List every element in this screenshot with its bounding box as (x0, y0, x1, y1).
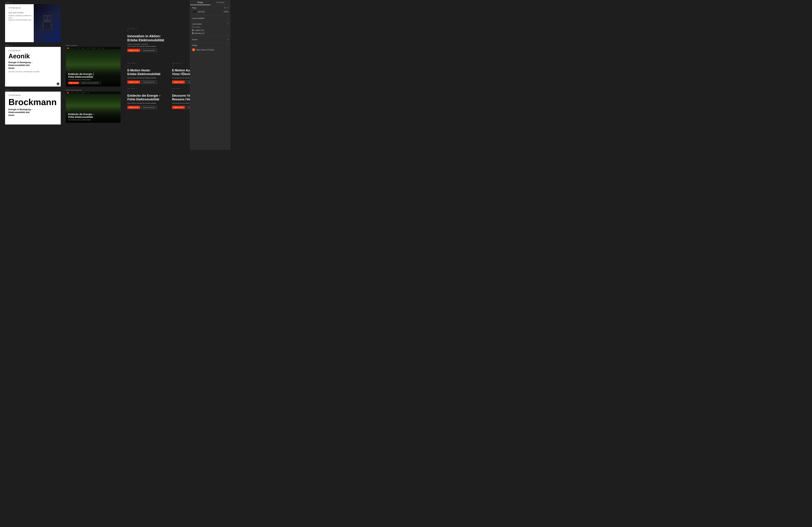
lockup8-btn2[interactable]: Pimp my know-how (141, 49, 157, 52)
lockup-sub-4: Dein Portal in die Welt der Elektromobil… (127, 77, 170, 79)
lockup7-btn1[interactable]: Mitglied werden (172, 106, 185, 109)
local-styles-label: Local styles (192, 23, 202, 25)
lockup6-btn2[interactable]: Pimp my know-how (141, 106, 157, 109)
hero-quote-brockmann: " (68, 110, 118, 113)
lockup-card-5: " E-Motion Aujourd'hui: Vivez l'Électrom… (172, 65, 190, 85)
typeface-label-3: TYPEFACE (9, 49, 57, 52)
grid-styles-group: Grid styles mobile 2col Branding 12 (192, 26, 228, 35)
lockup-title-5: E-Motion Aujourd'hui: Vivez l'Électromob… (172, 69, 190, 76)
lockup4-btn2[interactable]: Pimp my know-how (141, 81, 157, 84)
body-3: Mit Vision und Tat zur Veränderung! Sei … (9, 71, 57, 73)
lockup-label-6: main lockup · 6 (127, 88, 170, 89)
lockup-7-container: main lockup · 7 " Découvre l'énergie – R… (172, 88, 190, 110)
local-variables-section: Local variables › (190, 15, 230, 22)
frame-label-type1: TYPE · 1 (5, 2, 61, 4)
lockup-sub-7: Ton portail vers le monde de l'électromo… (172, 102, 190, 104)
svg-point-9 (49, 17, 50, 18)
typeface-card-3: TYPEFACE Aeonik Energie in Bewegung – El… (5, 47, 61, 87)
grid-style-mobile-label: mobile 2col (194, 29, 204, 31)
svg-rect-5 (48, 28, 53, 31)
grid-style-mobile[interactable]: mobile 2col (192, 29, 228, 32)
typeface-label-5: TYPEFACE (9, 94, 57, 96)
local-styles-add-icon[interactable]: + (227, 23, 228, 25)
lockup-sub-8: Wissen, Innovation, Fortschritt: Dein Po… (127, 43, 170, 47)
hero-sub-aeonik: Dein Portal in die Welt der Elektromobil… (68, 79, 118, 80)
typeface-label-1: TYPEFACE (9, 7, 34, 9)
hero-title-aeonik: Entdecke die Energie – Fühle Elektromobi… (68, 73, 118, 79)
page-thumb-label: 1E1E1E (198, 11, 205, 13)
page-expand-icon[interactable]: ⊙ (227, 6, 228, 9)
panel-tabs: Design Prototype (190, 0, 230, 5)
page-row: 1E1E1E 100% (192, 10, 228, 14)
lockup6-btn1[interactable]: Mitglied werden (127, 106, 140, 109)
frame-label-hero-aeonik: HERO AEONIK (66, 45, 120, 46)
lockup-title-6: Entdecke die Energie – Fühle Elektromobi… (127, 94, 170, 101)
page-label: Page (192, 7, 197, 9)
frame-label-hero-brockmann: HERO BROCKMANN (66, 89, 120, 91)
lockup-8-container: main lockup · 8 " Innovation in Aktion: … (127, 28, 170, 54)
lockup-label-4: main lockup · 4 (127, 62, 170, 64)
lockup-label-8: main lockup · 8 (127, 28, 170, 29)
hero-brockmann-card: Über uns Know-how Elektroautos Tools " E… (66, 91, 120, 123)
lockup-card-7: " Découvre l'énergie – Ressens l'électro… (172, 90, 190, 110)
typeface-body-1: Moderne, serifenlose Schriften für einen… (9, 15, 34, 21)
page-settings-icon[interactable]: ⊕ (224, 6, 226, 9)
svg-rect-4 (41, 28, 46, 31)
page-thumbnail (192, 10, 197, 13)
lockup5-btn1[interactable]: Mitglied werden (172, 81, 185, 84)
tagline-3: Energie in Bewegung – Elektromobilität l… (9, 61, 57, 70)
plugin-name: Open Noise & Texture (196, 49, 228, 51)
main-canvas: TYPE · 1 TYPEFACE Sans-Serif-Schriften. … (0, 0, 190, 150)
lockup7-btn2[interactable]: Pimp my know-how (186, 106, 190, 109)
tab-prototype[interactable]: Prototype (211, 0, 231, 5)
lockup-card-6: " Entdecke die Energie – Fühle Elektromo… (127, 90, 170, 110)
plugin-icon: ◈ (192, 48, 195, 51)
svg-text:001: 001 (45, 26, 47, 27)
hero-btn1-aeonik[interactable]: Mitglied werden (68, 82, 79, 84)
export-label: Export (192, 39, 198, 41)
lockup-card-4: " E-Motion Heute: Erlebe Elektromobilitä… (127, 65, 170, 85)
svg-rect-10 (45, 21, 49, 22)
frame-label-type5: TYPE · 5 (5, 89, 61, 91)
robot-illustration: 001 (39, 12, 56, 35)
hero-sub-brockmann: Dein Portal in die Welt der Elektromobil… (68, 119, 118, 120)
svg-rect-2 (42, 23, 44, 27)
lockup-card-8: " Innovation in Aktion: Erlebe Elektromo… (127, 30, 170, 54)
grid-icon-mobile (192, 29, 193, 31)
hero-btn2-aeonik[interactable]: Entdecke mehr über Elektromob... (80, 82, 101, 84)
lockup-title-8: Innovation in Aktion: Erlebe Elektromobi… (127, 34, 170, 42)
svg-point-8 (44, 17, 46, 18)
lockup-label-7: main lockup · 7 (172, 88, 190, 89)
lockup-sub-6: Dein Portal in die Welt der Elektromobil… (127, 102, 170, 104)
hero-quote-aeonik: " (68, 69, 118, 72)
tab-design[interactable]: Design (190, 0, 211, 5)
local-variables-label: Local variables (192, 17, 204, 19)
svg-rect-1 (44, 23, 50, 28)
lockup4-btn1[interactable]: Mitglied werden (127, 81, 140, 84)
hero-aeonik-card: Über uns Know-how ▸ Aktuell Vernetzt Ele… (66, 47, 120, 87)
lockup-title-4: E-Motion Heute: Erlebe Elektromobilität (127, 69, 170, 76)
lockup-4-container: main lockup · 4 " E-Motion Heute: Erlebe… (127, 62, 170, 85)
lockup-label-5: main lockup · 5 (172, 62, 190, 64)
export-add-icon[interactable]: + (227, 38, 228, 41)
plugin-section: Plugin − ◈ Open Noise & Texture (190, 43, 230, 54)
page-section: Page ⊕ ⊙ 1E1E1E 100% (190, 5, 230, 15)
svg-rect-3 (50, 23, 52, 27)
grid-styles-label: Grid styles (192, 26, 200, 28)
frame-label-type3: TYPE · 3 (5, 45, 61, 46)
typeface-card-1: TYPEFACE Sans-Serif-Schriften. Moderne, … (5, 4, 61, 42)
lockup-sub-5: Ton portail vers le monde de l'électromo… (172, 77, 190, 79)
plugin-row[interactable]: ◈ Open Noise & Texture (192, 47, 228, 52)
typeface-card-5: TYPEFACE Brockmann Energie in Bewegung –… (5, 91, 61, 125)
lockup-6-container: main lockup · 6 " Entdecke die Energie –… (127, 88, 170, 110)
typeface-subheading-1: Sans-Serif-Schriften. (9, 12, 34, 14)
plugin-label: Plugin (192, 44, 197, 46)
plugin-collapse-icon[interactable]: − (227, 44, 228, 46)
local-variables-arrow-icon[interactable]: › (228, 17, 228, 19)
grid-style-branding[interactable]: Branding 12 (192, 32, 228, 35)
grid-style-branding-label: Branding 12 (194, 32, 204, 34)
tagline-5: Energie in Bewegung – Elektromobilität l… (9, 108, 57, 117)
font-name-brockmann: Brockmann (9, 98, 57, 106)
lockup5-btn2[interactable]: Pimp my know-how (186, 81, 190, 84)
lockup8-btn1[interactable]: Mitglied werden (127, 49, 140, 52)
